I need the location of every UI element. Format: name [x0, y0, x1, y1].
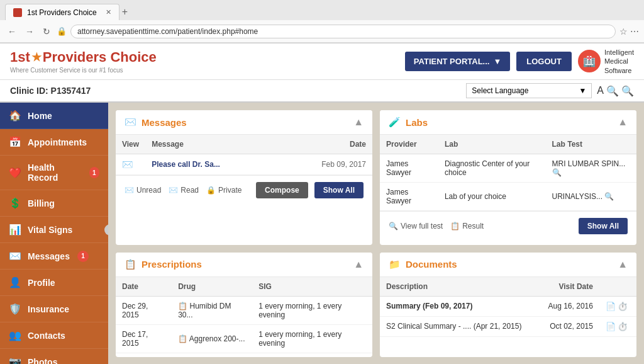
messages-col-date: Date	[279, 135, 372, 154]
table-row: Summary (Feb 09, 2017) Aug 16, 2016 📄 ⏱️	[380, 296, 636, 316]
prescriptions-card: 📋 Prescriptions ▲ Date Drug SIG	[116, 253, 372, 358]
new-tab-button[interactable]: +	[122, 6, 128, 18]
messages-show-all-button[interactable]: Show All	[314, 182, 364, 198]
sidebar-item-contacts-label: Contacts	[28, 331, 65, 341]
read-filter[interactable]: ✉️ Read	[169, 186, 199, 195]
documents-card-collapse-button[interactable]: ▲	[618, 259, 628, 270]
profile-icon: 👤	[9, 276, 21, 288]
rx-col-drug: Drug	[172, 277, 252, 297]
refresh-button[interactable]: ↻	[40, 25, 53, 38]
rx-date-0: Dec 29, 2015	[116, 296, 172, 324]
doc-actions-1: 📄 ⏱️	[599, 316, 636, 336]
documents-card-header: 📁 Documents ▲	[380, 253, 636, 277]
lab-provider-0: James Sawyer	[380, 154, 438, 183]
clinic-id: Clinic ID: P1357417	[10, 86, 91, 96]
sidebar: 🏠 Home 📅 Appointments ❤️ Health Record 1…	[0, 103, 108, 364]
table-row: S2 Clinical Summary - .... (Apr 21, 2015…	[380, 316, 636, 336]
health-record-badge: 1	[89, 167, 99, 178]
main-layout: 🏠 Home 📅 Appointments ❤️ Health Record 1…	[0, 103, 644, 364]
sidebar-item-profile[interactable]: 👤 Profile	[0, 270, 108, 296]
labs-footer-links: 🔍 View full test 📋 Result	[389, 222, 572, 230]
labs-card-collapse-button[interactable]: ▲	[618, 117, 628, 128]
appointments-icon: 📅	[9, 136, 21, 148]
tab-favicon	[13, 8, 22, 17]
compose-button[interactable]: Compose	[256, 182, 308, 198]
bookmarks-button[interactable]: ☆	[619, 26, 628, 37]
logout-button[interactable]: LOGOUT	[516, 52, 572, 71]
lock-icon: 🔒	[206, 186, 216, 195]
app-header: 1st ★ Providers Choice Where Customer Se…	[0, 43, 644, 80]
doc-date-1: Oct 02, 2015	[538, 316, 599, 336]
sidebar-item-contacts[interactable]: 👥 Contacts	[0, 322, 108, 349]
logo-providers: Providers Choice	[43, 49, 157, 65]
result-link[interactable]: 📋 Result	[450, 222, 484, 230]
messages-col-view: View	[116, 135, 145, 154]
lab-provider-1: James Sawyer	[380, 183, 438, 211]
patient-portal-button[interactable]: PATIENT PORTAL... ▼	[405, 52, 510, 71]
search-zoom-icon[interactable]: 🔍	[606, 85, 619, 97]
message-date: Feb 09, 2017	[279, 154, 372, 175]
rx-drug-icon-1: 📋	[178, 334, 187, 343]
address-bar[interactable]	[70, 25, 616, 38]
search-icon[interactable]: 🔍	[621, 85, 634, 97]
sidebar-item-vital-signs[interactable]: 📊 Vital Signs ‹	[0, 217, 108, 243]
doc-desc-1: S2 Clinical Summary - .... (Apr 21, 2015…	[380, 316, 538, 336]
browser-actions: ☆ ⋯	[619, 26, 639, 37]
private-filter[interactable]: 🔒 Private	[206, 186, 242, 195]
labs-table: Provider Lab Lab Test James Sawyer Diagn…	[380, 135, 636, 211]
doc-col-visit-date: Visit Date	[538, 277, 599, 297]
sidebar-item-home[interactable]: 🏠 Home	[0, 103, 108, 129]
doc-file-icon-1[interactable]: 📄	[606, 322, 616, 331]
labs-card-header: 🧪 Labs ▲	[380, 110, 636, 135]
browser-chrome: 1st Providers Choice ✕ + ← → ↻ 🔒 ☆ ⋯	[0, 0, 644, 43]
lab-search-icon-0[interactable]: 🔍	[552, 168, 562, 177]
doc-clock-icon-1[interactable]: ⏱️	[618, 322, 628, 331]
logo-text: 1st ★ Providers Choice	[10, 49, 157, 65]
doc-date-0: Aug 16, 2016	[538, 296, 599, 316]
documents-card-title: 📁 Documents	[389, 259, 457, 270]
sidebar-item-health-record[interactable]: ❤️ Health Record 1	[0, 156, 108, 190]
patient-portal-chevron: ▼	[493, 57, 501, 66]
lab-search-icon-1[interactable]: 🔍	[604, 192, 614, 201]
message-text[interactable]: Please call Dr. Sa...	[145, 154, 279, 175]
tab-close-button[interactable]: ✕	[106, 8, 111, 16]
forward-button[interactable]: →	[23, 25, 36, 38]
prescriptions-card-collapse-button[interactable]: ▲	[353, 259, 364, 270]
prescriptions-title-icon: 📋	[125, 259, 136, 270]
logo-star-icon: ★	[31, 50, 42, 64]
view-full-test-link[interactable]: 🔍 View full test	[389, 222, 443, 230]
menu-button[interactable]: ⋯	[630, 26, 639, 37]
unread-icon: ✉️	[125, 186, 134, 195]
accessibility-a-icon[interactable]: A	[597, 85, 604, 97]
browser-nav: ← → ↻ 🔒 ☆ ⋯	[0, 20, 644, 43]
sidebar-item-insurance[interactable]: 🛡️ Insurance	[0, 296, 108, 322]
ims-text: Intelligent Medical Software	[604, 48, 634, 75]
documents-card: 📁 Documents ▲ Description Visit Date	[380, 253, 636, 358]
messages-card-collapse-button[interactable]: ▲	[353, 117, 364, 128]
doc-file-icon-0[interactable]: 📄	[606, 302, 616, 311]
sidebar-item-appointments[interactable]: 📅 Appointments	[0, 129, 108, 156]
tab-title: 1st Providers Choice	[27, 8, 97, 17]
lab-lab-1: Lab of your choice	[438, 183, 546, 211]
logo-area: 1st ★ Providers Choice Where Customer Se…	[10, 49, 157, 74]
lab-test-0: MRI LUMBAR SPIN... 🔍	[546, 154, 636, 183]
doc-clock-icon-0[interactable]: ⏱️	[618, 302, 628, 311]
messages-card-footer: ✉️ Unread ✉️ Read 🔒 Private Compose Show…	[116, 175, 372, 205]
prescriptions-table: Date Drug SIG Dec 29, 2015 📋 Humibid DM …	[116, 277, 372, 353]
table-row: James Sawyer Diagnostic Center of your c…	[380, 154, 636, 183]
back-button[interactable]: ←	[5, 25, 19, 38]
labs-show-all-button[interactable]: Show All	[579, 218, 628, 234]
sidebar-item-billing[interactable]: 💲 Billing	[0, 190, 108, 217]
table-row: James Sawyer Lab of your choice URINALYS…	[380, 183, 636, 211]
browser-tab[interactable]: 1st Providers Choice ✕	[5, 4, 119, 20]
labs-card-body: Provider Lab Lab Test James Sawyer Diagn…	[380, 135, 636, 211]
messages-badge: 1	[77, 251, 89, 262]
clinic-bar: Clinic ID: P1357417 Select Language ▼ A …	[0, 80, 644, 103]
sidebar-item-photos[interactable]: 📷 Photos	[0, 349, 108, 364]
unread-filter[interactable]: ✉️ Unread	[125, 186, 161, 195]
sidebar-collapse-button[interactable]: ‹	[104, 224, 108, 236]
sidebar-item-messages[interactable]: ✉️ Messages 1	[0, 243, 108, 270]
table-row: Dec 17, 2015 📋 Aggrenox 200-... 1 every …	[116, 324, 372, 353]
rx-drug-icon: 📋	[178, 302, 187, 310]
language-select[interactable]: Select Language ▼	[466, 83, 592, 98]
